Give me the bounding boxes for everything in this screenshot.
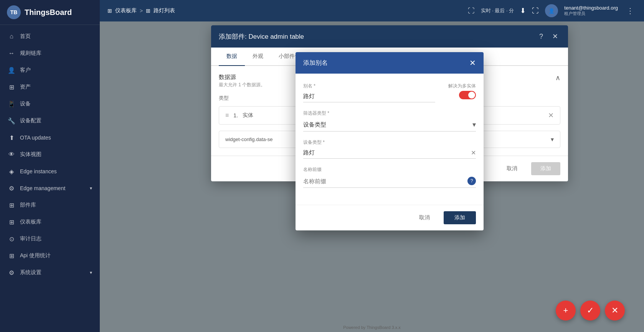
devices-icon: 📱 bbox=[8, 100, 15, 108]
app-name: ThingsBoard bbox=[25, 8, 72, 17]
device-type-row: 设备类型 * ✕ bbox=[303, 139, 476, 159]
close-alias-dialog-button[interactable]: ✕ bbox=[469, 58, 476, 67]
topbar: ⊞ 仪表板库 > ⊞ 路灯列表 ⛶ 实时 · 最后 · 分 ⬇ ⛶ 👤 tena… bbox=[100, 0, 644, 21]
sidebar-item-label: 实体视图 bbox=[20, 151, 41, 158]
sidebar-item-ota[interactable]: ⬆ OTA updates bbox=[0, 129, 100, 146]
download-icon[interactable]: ⬇ bbox=[520, 7, 526, 15]
sidebar-item-customers[interactable]: 👤 客户 bbox=[0, 62, 100, 79]
sidebar-item-widgets[interactable]: ⊞ 部件库 bbox=[0, 197, 100, 214]
breadcrumb-item2[interactable]: 路灯列表 bbox=[154, 7, 175, 14]
add-widget-dialog-header: 添加部件: Device admin table ? ✕ bbox=[211, 25, 568, 48]
expand-icon[interactable]: ⛶ bbox=[532, 7, 539, 15]
sidebar-item-label: 客户 bbox=[20, 67, 31, 74]
topbar-right: ⛶ 实时 · 最后 · 分 ⬇ ⛶ 👤 tenant@thingsboard.o… bbox=[468, 4, 636, 17]
name-prefix-help-button[interactable]: ? bbox=[467, 177, 476, 185]
fab-close-button[interactable]: ✕ bbox=[605, 301, 625, 320]
sidebar-item-label: 规则链库 bbox=[20, 50, 41, 57]
assets-icon: ⊞ bbox=[8, 83, 15, 91]
widget-config-expand-button[interactable]: ▾ bbox=[551, 136, 554, 143]
list-grid-icon: ⊞ bbox=[146, 8, 150, 14]
name-prefix-label: 名称前缀 bbox=[303, 166, 476, 173]
sidebar: TB ThingsBoard ⌂ 首页 ↔ 规则链库 👤 客户 ⊞ 资产 📱 设… bbox=[0, 0, 100, 332]
sidebar-item-devices[interactable]: 📱 设备 bbox=[0, 95, 100, 112]
filter-type-label: 筛选器类型 * bbox=[303, 110, 476, 117]
sidebar-item-entity-view[interactable]: 👁 实体视图 bbox=[0, 146, 100, 163]
more-options-button[interactable]: ⋮ bbox=[624, 5, 636, 16]
alias-name-input[interactable] bbox=[303, 91, 435, 102]
remove-entity-button[interactable]: ✕ bbox=[548, 111, 554, 120]
filter-type-value: 设备类型 bbox=[303, 121, 326, 128]
rules-icon: ↔ bbox=[8, 49, 15, 57]
sidebar-item-label: Edge management bbox=[20, 185, 65, 191]
api-icon: ⊞ bbox=[8, 252, 15, 260]
sidebar-item-system[interactable]: ⚙ 系统设置 ▾ bbox=[0, 264, 100, 281]
sidebar-item-label: 设备配置 bbox=[20, 117, 41, 124]
sidebar-item-device-config[interactable]: 🔧 设备配置 bbox=[0, 112, 100, 129]
device-type-clear-button[interactable]: ✕ bbox=[471, 149, 476, 156]
sidebar-item-assets[interactable]: ⊞ 资产 bbox=[0, 79, 100, 95]
entity-label: 实体 bbox=[243, 112, 253, 119]
collapse-button[interactable]: ∧ bbox=[555, 74, 560, 82]
sidebar-item-label: 首页 bbox=[20, 33, 31, 40]
sidebar-item-rules[interactable]: ↔ 规则链库 bbox=[0, 45, 100, 62]
tab-appearance[interactable]: 外观 bbox=[245, 48, 271, 66]
sidebar-item-label: 仪表板库 bbox=[20, 219, 41, 225]
device-type-input-wrapper: ✕ bbox=[303, 147, 476, 159]
type-label: 类型 bbox=[219, 95, 229, 101]
device-type-label: 设备类型 * bbox=[303, 139, 476, 146]
fab-add-button[interactable]: + bbox=[556, 301, 576, 320]
breadcrumb: ⊞ 仪表板库 > ⊞ 路灯列表 bbox=[107, 7, 463, 14]
audit-icon: ⊙ bbox=[8, 235, 15, 243]
fullscreen-icon[interactable]: ⛶ bbox=[468, 7, 475, 15]
sidebar-nav: ⌂ 首页 ↔ 规则链库 👤 客户 ⊞ 资产 📱 设备 🔧 设备配置 ⬆ OTA … bbox=[0, 25, 100, 332]
alias-dialog-footer: 取消 添加 bbox=[296, 205, 484, 230]
alias-name-field: 别名 * bbox=[303, 83, 435, 102]
widget-cancel-button[interactable]: 取消 bbox=[497, 162, 527, 175]
dialog-header-actions: ? ✕ bbox=[537, 31, 560, 41]
alias-add-button[interactable]: 添加 bbox=[444, 211, 476, 224]
user-info: tenant@thingsboard.org 租户管理员 bbox=[564, 5, 618, 16]
sidebar-item-audit[interactable]: ⊙ 审计日志 bbox=[0, 230, 100, 247]
fab-check-button[interactable]: ✓ bbox=[580, 301, 600, 320]
sidebar-item-label: 资产 bbox=[20, 84, 31, 90]
name-prefix-input[interactable] bbox=[303, 178, 467, 184]
entity-view-icon: 👁 bbox=[8, 151, 15, 158]
close-widget-dialog-button[interactable]: ✕ bbox=[550, 31, 560, 41]
datasource-subtitle: 最大允许 1 个数据源。 bbox=[219, 82, 265, 88]
sidebar-item-label: Edge instances bbox=[20, 168, 57, 174]
sidebar-item-edge-instances[interactable]: ◈ Edge instances bbox=[0, 163, 100, 180]
edge-instances-icon: ◈ bbox=[8, 168, 15, 175]
customers-icon: 👤 bbox=[8, 66, 15, 74]
page-area: 添加部件: Device admin table ? ✕ 数据 外观 小部件卡片… bbox=[100, 21, 644, 332]
avatar: 👤 bbox=[545, 4, 558, 17]
logo-icon: TB bbox=[7, 5, 21, 19]
sidebar-item-edge-management[interactable]: ⚙ Edge management ▾ bbox=[0, 180, 100, 197]
add-alias-dialog: 添加别名 ✕ 别名 * 解决为多实体 筛选器类型 * bbox=[296, 52, 484, 230]
alias-name-label: 别名 * bbox=[303, 83, 435, 89]
sidebar-item-api[interactable]: ⊞ Api 使用统计 bbox=[0, 247, 100, 264]
device-type-input[interactable] bbox=[303, 147, 471, 158]
breadcrumb-separator: > bbox=[140, 8, 143, 14]
sidebar-item-home[interactable]: ⌂ 首页 bbox=[0, 28, 100, 45]
filter-type-row: 筛选器类型 * 设备类型 ▾ bbox=[303, 110, 476, 131]
filter-type-select-wrapper: 设备类型 ▾ bbox=[303, 118, 476, 131]
tab-data[interactable]: 数据 bbox=[219, 48, 245, 66]
help-button[interactable]: ? bbox=[537, 32, 545, 41]
dashboard-grid-icon: ⊞ bbox=[107, 8, 112, 14]
alias-dialog-title: 添加别名 bbox=[303, 59, 469, 67]
breadcrumb-item1[interactable]: 仪表板库 bbox=[115, 7, 137, 14]
main-content: ⊞ 仪表板库 > ⊞ 路灯列表 ⛶ 实时 · 最后 · 分 ⬇ ⛶ 👤 tena… bbox=[100, 0, 644, 332]
resolve-multi-toggle[interactable] bbox=[459, 91, 476, 99]
alias-cancel-button[interactable]: 取消 bbox=[410, 211, 439, 224]
resolve-multi-label: 解决为多实体 bbox=[448, 83, 476, 89]
alias-name-row: 别名 * 解决为多实体 bbox=[303, 83, 476, 102]
filter-type-dropdown-button[interactable]: ▾ bbox=[472, 120, 476, 129]
widget-add-button[interactable]: 添加 bbox=[531, 162, 560, 175]
sidebar-item-dashboards[interactable]: ⊞ 仪表板库 bbox=[0, 214, 100, 230]
edge-management-icon: ⚙ bbox=[8, 184, 15, 192]
resolve-multi-container: 解决为多实体 bbox=[441, 83, 476, 99]
sidebar-item-label: OTA updates bbox=[20, 135, 51, 141]
sidebar-item-label: 审计日志 bbox=[20, 235, 41, 242]
sidebar-item-label: 系统设置 bbox=[20, 269, 41, 276]
home-icon: ⌂ bbox=[8, 33, 15, 40]
